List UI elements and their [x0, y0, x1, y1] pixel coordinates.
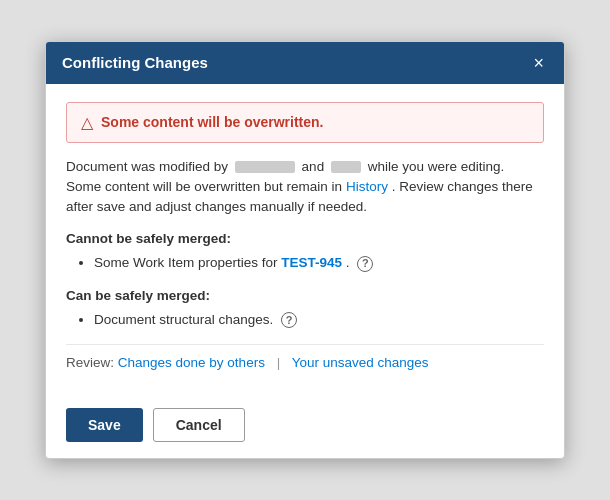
review-label: Review:: [66, 355, 114, 370]
conflicting-changes-dialog: Conflicting Changes × △ Some content wil…: [45, 41, 565, 460]
save-button[interactable]: Save: [66, 408, 143, 442]
can-merge-item-text: Document structural changes.: [94, 312, 273, 327]
modal-header: Conflicting Changes ×: [46, 42, 564, 84]
warning-icon: △: [81, 113, 93, 132]
list-item: Some Work Item properties for TEST-945 .…: [94, 252, 544, 274]
redacted-name1: [235, 161, 295, 173]
help-icon-2[interactable]: ?: [281, 312, 297, 328]
test-945-link[interactable]: TEST-945: [281, 255, 342, 270]
modal-footer: Save Cancel: [46, 398, 564, 458]
desc-after: while you were editing.: [368, 159, 505, 174]
warning-text: Some content will be overwritten.: [101, 114, 323, 130]
help-icon-1[interactable]: ?: [357, 256, 373, 272]
modal-body: △ Some content will be overwritten. Docu…: [46, 84, 564, 399]
changes-done-by-others-link[interactable]: Changes done by others: [118, 355, 265, 370]
can-merge-list: Document structural changes. ?: [66, 309, 544, 331]
desc-text2: Some content will be overwritten but rem…: [66, 179, 342, 194]
redacted-name2: [331, 161, 361, 173]
warning-banner: △ Some content will be overwritten.: [66, 102, 544, 143]
modal-title: Conflicting Changes: [62, 54, 208, 71]
cannot-merge-title: Cannot be safely merged:: [66, 231, 544, 246]
cannot-merge-list: Some Work Item properties for TEST-945 .…: [66, 252, 544, 274]
cannot-merge-item-after: .: [346, 255, 350, 270]
cannot-merge-item-before: Some Work Item properties for: [94, 255, 281, 270]
desc-before: Document was modified by: [66, 159, 228, 174]
list-item: Document structural changes. ?: [94, 309, 544, 331]
your-unsaved-changes-link[interactable]: Your unsaved changes: [292, 355, 429, 370]
close-button[interactable]: ×: [529, 54, 548, 72]
can-merge-title: Can be safely merged:: [66, 288, 544, 303]
history-link[interactable]: History: [346, 179, 388, 194]
desc-middle: and: [302, 159, 325, 174]
description-text: Document was modified by and while you w…: [66, 157, 544, 218]
review-row: Review: Changes done by others | Your un…: [66, 344, 544, 370]
cancel-button[interactable]: Cancel: [153, 408, 245, 442]
separator: |: [277, 355, 281, 370]
